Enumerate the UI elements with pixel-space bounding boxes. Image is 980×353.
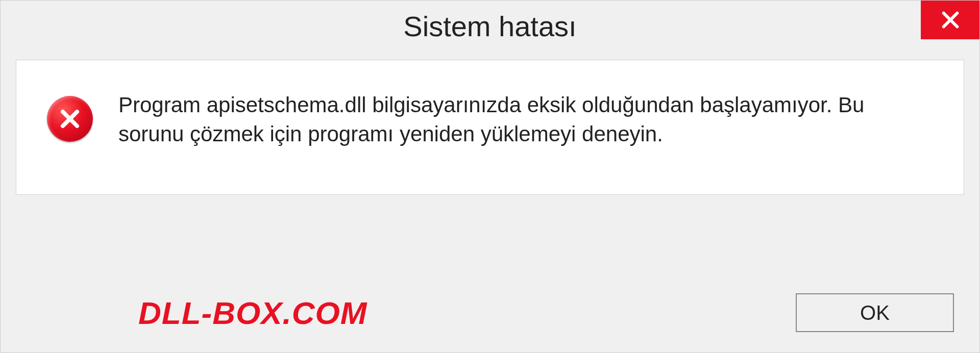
dialog-footer: DLL-BOX.COM OK xyxy=(1,293,979,332)
ok-button[interactable]: OK xyxy=(796,293,954,332)
watermark-text: DLL-BOX.COM xyxy=(138,295,367,331)
titlebar: Sistem hatası xyxy=(1,1,979,52)
close-button[interactable] xyxy=(921,1,979,39)
dialog-title: Sistem hatası xyxy=(403,10,576,43)
error-dialog: Sistem hatası Program apisetschema.dll b… xyxy=(0,0,980,353)
content-panel: Program apisetschema.dll bilgisayarınızd… xyxy=(16,60,964,195)
error-icon xyxy=(47,96,93,142)
error-icon-wrap xyxy=(47,96,93,142)
error-message: Program apisetschema.dll bilgisayarınızd… xyxy=(118,91,933,148)
close-icon xyxy=(940,10,961,30)
